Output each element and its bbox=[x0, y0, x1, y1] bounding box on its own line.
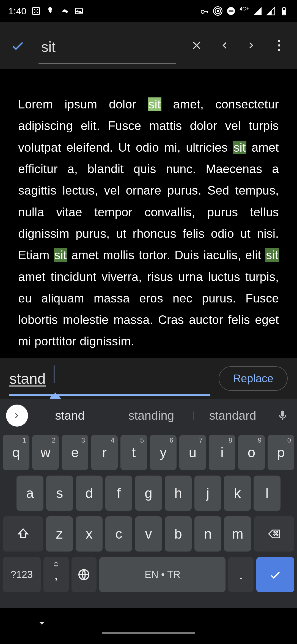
status-bar: 1:40 4G+ bbox=[0, 0, 297, 22]
notif-icon-1 bbox=[31, 6, 41, 16]
replace-input-wrap[interactable]: stand bbox=[9, 358, 210, 399]
suggestion-1[interactable]: stand bbox=[30, 409, 109, 422]
overflow-menu-button[interactable] bbox=[267, 33, 292, 58]
comma-key[interactable]: ☺ , bbox=[43, 557, 69, 592]
svg-rect-15 bbox=[283, 7, 285, 8]
key-c[interactable]: c bbox=[105, 516, 132, 552]
gesture-handle[interactable] bbox=[102, 632, 195, 634]
key-n[interactable]: n bbox=[194, 516, 221, 552]
status-left: 1:40 bbox=[8, 6, 84, 17]
svg-rect-13 bbox=[229, 10, 233, 12]
suggestion-2[interactable]: standing bbox=[112, 409, 191, 422]
svg-point-1 bbox=[34, 9, 35, 10]
replace-input[interactable]: stand bbox=[9, 367, 210, 390]
period-key[interactable]: . bbox=[228, 557, 254, 592]
signal-icon-1 bbox=[253, 6, 262, 16]
language-key[interactable] bbox=[72, 557, 97, 592]
key-z[interactable]: z bbox=[46, 516, 73, 552]
svg-point-8 bbox=[201, 10, 204, 13]
key-p[interactable]: 0p bbox=[268, 435, 294, 470]
suggestion-3[interactable]: standard bbox=[193, 409, 272, 422]
enter-key[interactable] bbox=[256, 557, 294, 592]
battery-icon bbox=[279, 6, 289, 16]
key-y[interactable]: 6y bbox=[150, 435, 177, 470]
match: sit bbox=[54, 248, 67, 262]
match-current: sit bbox=[148, 97, 161, 111]
document-body[interactable]: Lorem ipsum dolor sit amet, consectetur … bbox=[0, 69, 297, 355]
replace-button[interactable]: Replace bbox=[219, 366, 288, 391]
key-e[interactable]: 3e bbox=[62, 435, 88, 470]
vpn-key-icon bbox=[200, 6, 209, 16]
backspace-key[interactable] bbox=[254, 516, 294, 552]
key-j[interactable]: j bbox=[194, 476, 221, 511]
key-v[interactable]: v bbox=[135, 516, 162, 552]
clock: 1:40 bbox=[8, 6, 26, 17]
svg-point-3 bbox=[34, 12, 35, 13]
key-g[interactable]: g bbox=[135, 476, 162, 511]
signal-icon-2 bbox=[266, 6, 276, 16]
network-type: 4G+ bbox=[240, 6, 249, 12]
key-x[interactable]: x bbox=[76, 516, 103, 552]
expand-suggestions-button[interactable] bbox=[6, 405, 28, 427]
key-d[interactable]: d bbox=[76, 476, 103, 511]
notif-icon-4 bbox=[74, 6, 84, 16]
clear-search-button[interactable] bbox=[184, 33, 209, 58]
key-i[interactable]: 8i bbox=[209, 435, 235, 470]
svg-point-2 bbox=[37, 9, 38, 10]
find-input[interactable]: sit bbox=[38, 33, 176, 58]
svg-point-4 bbox=[37, 12, 38, 13]
match: sit bbox=[233, 141, 246, 154]
confirm-button[interactable] bbox=[6, 33, 30, 58]
find-previous-button[interactable] bbox=[212, 33, 237, 58]
key-s[interactable]: s bbox=[46, 476, 73, 511]
svg-point-9 bbox=[217, 10, 219, 12]
key-h[interactable]: h bbox=[165, 476, 192, 511]
suggestion-row: stand standing standard bbox=[0, 399, 297, 432]
navigation-bar bbox=[0, 608, 297, 644]
soft-keyboard: stand standing standard 1q2w3e4r5t6y7u8i… bbox=[0, 399, 297, 644]
key-l[interactable]: l bbox=[254, 476, 280, 511]
symbols-key[interactable]: ?123 bbox=[3, 557, 41, 592]
emoji-hint-icon: ☺ bbox=[52, 560, 60, 568]
shift-key[interactable] bbox=[3, 516, 43, 552]
key-b[interactable]: b bbox=[165, 516, 192, 552]
find-replace-toolbar: sit bbox=[0, 22, 297, 69]
svg-point-6 bbox=[65, 11, 68, 13]
key-t[interactable]: 5t bbox=[120, 435, 147, 470]
key-w[interactable]: 2w bbox=[32, 435, 59, 470]
replace-bar: stand Replace bbox=[0, 358, 297, 399]
key-a[interactable]: a bbox=[16, 476, 43, 511]
dnd-icon bbox=[226, 6, 236, 16]
key-row-4: ?123 ☺ , EN • TR . bbox=[0, 554, 297, 595]
key-row-3: zxcvbnm bbox=[0, 514, 297, 554]
key-r[interactable]: 4r bbox=[91, 435, 118, 470]
find-next-button[interactable] bbox=[239, 33, 264, 58]
key-m[interactable]: m bbox=[224, 516, 251, 552]
match: sit bbox=[265, 248, 279, 262]
key-f[interactable]: f bbox=[105, 476, 132, 511]
hotspot-icon bbox=[213, 6, 222, 16]
notif-icon-3 bbox=[60, 6, 69, 16]
svg-rect-16 bbox=[283, 10, 285, 15]
keyboard-collapse-button[interactable] bbox=[36, 617, 48, 630]
text-caret bbox=[54, 365, 54, 383]
find-input-wrap[interactable]: sit bbox=[38, 22, 176, 69]
key-u[interactable]: 7u bbox=[179, 435, 206, 470]
svg-rect-7 bbox=[75, 8, 82, 14]
notif-icon-2 bbox=[46, 6, 55, 16]
key-row-1: 1q2w3e4r5t6y7u8i9o0p bbox=[0, 432, 297, 473]
key-row-2: asdfghjkl bbox=[0, 473, 297, 514]
key-q[interactable]: 1q bbox=[3, 435, 29, 470]
key-o[interactable]: 9o bbox=[238, 435, 265, 470]
status-right: 4G+ bbox=[200, 6, 289, 16]
spacebar-key[interactable]: EN • TR bbox=[99, 557, 226, 592]
paragraph-1: Lorem ipsum dolor sit amet, consectetur … bbox=[18, 94, 279, 352]
svg-point-5 bbox=[35, 10, 37, 12]
voice-input-button[interactable] bbox=[274, 410, 291, 422]
key-k[interactable]: k bbox=[224, 476, 251, 511]
